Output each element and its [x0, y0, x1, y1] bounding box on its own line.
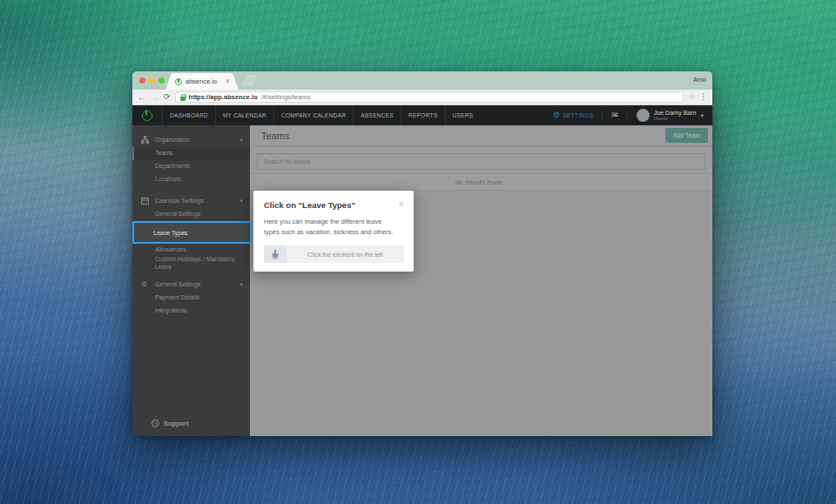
sidebar-item-payment-details[interactable]: Payment Details [132, 292, 250, 305]
sidebar-item-locations[interactable]: Locations [132, 173, 250, 186]
tab-title: absence.io [185, 77, 226, 85]
mail-icon[interactable]: ✉ [602, 111, 628, 119]
search-wrap [250, 146, 712, 173]
desktop: { "browser": { "profile": "Arno", "tab":… [0, 0, 836, 504]
browser-tab[interactable]: absence.io × [165, 73, 239, 90]
absence-logo-icon[interactable] [132, 105, 162, 125]
sidebar-item-general-settings[interactable]: General Settings [132, 208, 250, 221]
popup-footer: Click the element on the left [264, 245, 404, 263]
sidebar-item-allowances[interactable]: Allowances [132, 244, 250, 257]
support-label: Support [164, 420, 189, 427]
search-input[interactable] [257, 153, 705, 170]
nav-item-users[interactable]: USERS [445, 105, 481, 125]
back-icon[interactable]: ← [138, 93, 146, 102]
page-title: Teams [261, 131, 289, 141]
browser-toolbar: ← → ⟳ https://app.absence.io/#/settings/… [132, 90, 712, 105]
settings-content: Organization ▾ Teams Departments Locatio… [132, 125, 712, 436]
sidebar-section-organization[interactable]: Organization ▾ [132, 132, 250, 147]
popup-footer-text: Click the element on the left [287, 245, 404, 263]
popup-body-text: Here you can manage the different leave … [264, 217, 396, 237]
navbar-right: ⚙ SETTINGS ✉ Joe Darny Barn Owner ▾ [544, 105, 712, 125]
section-label: General Settings [155, 281, 200, 287]
sitemap-icon [141, 136, 150, 144]
sidebar-item-integrations[interactable]: Integrations [132, 305, 250, 318]
absence-favicon-icon [175, 78, 182, 85]
chrome-profile-name[interactable]: Arno [693, 77, 706, 83]
forward-icon[interactable]: → [151, 93, 159, 102]
secure-lock-icon [180, 94, 185, 101]
gear-icon: ⚙ [553, 111, 560, 119]
nav-item-dashboard[interactable]: DASHBOARD [162, 105, 215, 125]
question-icon: ? [152, 420, 159, 427]
teams-header: Teams Add Team [250, 125, 712, 146]
close-icon[interactable]: × [399, 200, 404, 208]
tutorial-popup: Click on "Leave Types" × Here you can ma… [253, 191, 414, 272]
user-role: Owner [654, 117, 697, 122]
gear-icon: ⚙ [141, 280, 150, 288]
calendar-icon [141, 197, 150, 205]
chevron-down-icon: ▾ [239, 198, 243, 205]
sidebar-section-general-settings[interactable]: ⚙ General Settings ▾ [132, 277, 250, 292]
app-viewport: DASHBOARD MY CALENDAR COMPANY CALENDAR A… [132, 105, 712, 436]
tab-close-icon[interactable]: × [226, 77, 230, 85]
section-label: Calendar Settings [155, 198, 204, 204]
chevron-down-icon: ▾ [700, 112, 704, 119]
popup-title: Click on "Leave Types" [264, 200, 355, 210]
nav-item-company-calendar[interactable]: COMPANY CALENDAR [273, 105, 353, 125]
nav-item-settings[interactable]: ⚙ SETTINGS [544, 111, 602, 119]
bookmark-star-icon[interactable]: ☆ [688, 93, 695, 101]
reload-icon[interactable]: ⟳ [164, 93, 171, 101]
settings-label: SETTINGS [563, 112, 593, 118]
close-window-button[interactable] [139, 77, 145, 84]
minimize-window-button[interactable] [149, 77, 155, 84]
sidebar-section-calendar-settings[interactable]: Calendar Settings ▾ [132, 193, 250, 208]
nav-item-absences[interactable]: ABSENCES [353, 105, 401, 125]
sidebar-item-custom-holidays[interactable]: Custom Holidays / Mandatory Leave [132, 257, 250, 270]
sidebar-item-leave-types-highlighted[interactable]: Leave Types [132, 221, 252, 244]
url-bar[interactable]: https://app.absence.io/#/settings/teams [175, 91, 684, 103]
url-path: /#/settings/teams [261, 93, 311, 101]
sidebar-item-teams[interactable]: Teams [132, 147, 250, 160]
url-host: https://app.absence.io [189, 93, 258, 101]
nav-item-my-calendar[interactable]: MY CALENDAR [215, 105, 273, 125]
teams-panel: Teams Add Team No Results found... [250, 125, 712, 436]
zoom-window-button[interactable] [158, 77, 165, 84]
chevron-down-icon: ▾ [239, 137, 243, 144]
settings-sidebar: Organization ▾ Teams Departments Locatio… [132, 125, 250, 436]
popup-header: Click on "Leave Types" × [264, 200, 404, 210]
avatar [637, 109, 650, 122]
browser-window: absence.io × Arno ← → ⟳ https://app.abse… [132, 71, 712, 436]
add-team-button[interactable]: Add Team [665, 128, 708, 143]
no-results-row: No Results found... [250, 173, 712, 191]
browser-tabstrip: absence.io × Arno [132, 71, 712, 90]
chevron-down-icon: ▾ [239, 281, 243, 288]
support-link[interactable]: ? Support [132, 420, 250, 427]
hand-pointer-icon [264, 245, 287, 263]
sidebar-item-departments[interactable]: Departments [132, 160, 250, 173]
app-navbar: DASHBOARD MY CALENDAR COMPANY CALENDAR A… [132, 105, 712, 125]
nav-item-reports[interactable]: REPORTS [401, 105, 444, 125]
chrome-menu-icon[interactable]: ⋮ [699, 93, 707, 101]
user-menu[interactable]: Joe Darny Barn Owner ▾ [628, 109, 712, 122]
section-label: Organization [155, 137, 190, 143]
new-tab-button[interactable] [242, 75, 257, 86]
